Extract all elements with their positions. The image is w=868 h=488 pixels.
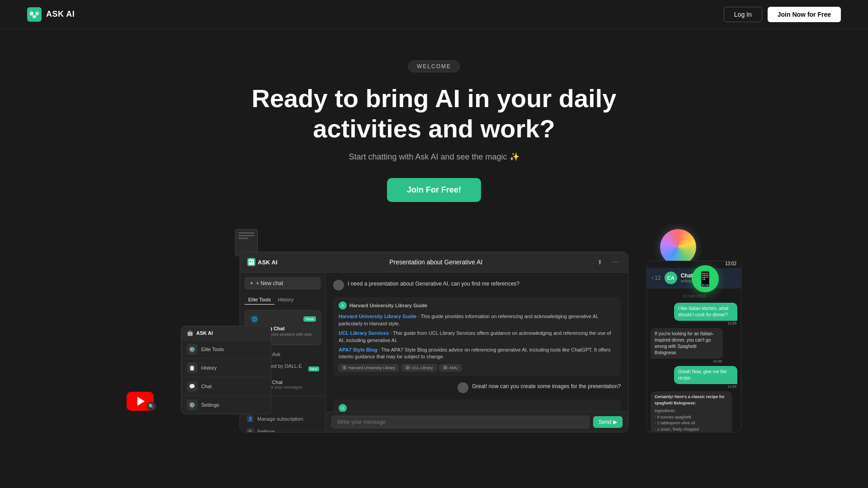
fs-item-elite[interactable]: ⚙️ Elite Tools <box>181 340 271 358</box>
wa-avatar: CA <box>665 272 677 284</box>
login-button[interactable]: Log In <box>724 7 762 22</box>
wa-ai-msg-1: If you're looking for an Italian-inspire… <box>651 328 737 363</box>
fs-item-settings[interactable]: ⚙️ Settings <box>181 395 271 414</box>
demo-area: 🔍 📱 🤖 ASK AI ⚙️ Elite Tools 📋 History 💬 <box>0 229 868 432</box>
plus-icon: + <box>250 280 253 286</box>
youtube-search-icon: 🔍 <box>147 402 156 411</box>
logo-text: ASK AI <box>46 9 75 19</box>
user-message-text-2: Great! now can you create some images fo… <box>472 382 621 390</box>
ai-label: Harvard University Library Guide <box>349 303 427 308</box>
search-result-1: Harvard University Library Guide · This … <box>339 313 615 327</box>
whatsapp-float-icon: 📱 <box>692 265 719 292</box>
ai-response-header: A Harvard University Library Guide <box>339 301 615 310</box>
ai-response-2-header: A <box>339 404 615 412</box>
doc-line-3 <box>238 238 248 239</box>
logo-icon <box>27 7 42 22</box>
fs-item-text-4: Settings <box>201 402 219 408</box>
colorful-sphere <box>660 229 696 265</box>
badge-3-text: AMU <box>449 366 458 370</box>
manage-sub-item[interactable]: 👤 Manage subscription <box>240 413 326 425</box>
settings-label: Settings <box>257 429 275 432</box>
tab-history[interactable]: History <box>274 295 297 305</box>
ai-logo-small: A <box>339 301 347 310</box>
wa-date: 15 Sep 2023 <box>651 292 737 300</box>
badge-2-text: UCL Library <box>411 366 433 370</box>
wa-bubble-4: Certainly! Here's a classic recipe for s… <box>651 391 732 432</box>
hero-subtitle: Start chatting with Ask AI and see the m… <box>349 152 519 162</box>
settings-item[interactable]: ⚙ Settings <box>240 425 326 432</box>
badge-1: 1 Harvard University Library <box>339 364 399 371</box>
chat-titlebar: ASK AI Presentation about Generative AI … <box>240 252 628 272</box>
manage-sub-icon: 👤 <box>246 415 254 422</box>
chat-titlebar-left: ASK AI <box>247 258 278 266</box>
svg-rect-2 <box>35 12 39 15</box>
search-result-2: UCL Library Services · This guide from U… <box>339 330 615 344</box>
join-now-button[interactable]: Join Now for Free <box>768 7 841 22</box>
browsing-chat-icon: 🌐 <box>250 314 259 324</box>
browsing-chat-badge: New <box>303 316 316 322</box>
fs-item-text-2: History <box>201 365 217 371</box>
fs-item-icon-2: 📋 <box>187 362 198 373</box>
join-free-button[interactable]: Join For Free! <box>387 178 481 202</box>
wa-messages: 15 Sep 2023 I like Italian kitchen, what… <box>647 288 741 432</box>
source3-name: APA7 Style Blog <box>339 347 377 352</box>
fs-item-text-1: Elite Tools <box>201 347 224 352</box>
fs-item-icon-4: ⚙️ <box>187 399 198 410</box>
user-message-1: I need a presentation about Generative A… <box>333 280 621 291</box>
fs-title: ASK AI <box>196 330 213 336</box>
wa-ts-1: 11:00 <box>674 321 737 325</box>
chat-logo: ASK AI <box>247 258 278 266</box>
new-chat-button[interactable]: + + New chat <box>245 277 321 290</box>
fs-header: 🤖 ASK AI <box>181 326 271 340</box>
wa-recipe-ingredients: Ingredients: - 8 ounces spaghetti - 1 ta… <box>655 408 728 432</box>
source1-name: Harvard University Library Guide <box>339 314 416 319</box>
settings-icon: ⚙ <box>246 428 254 432</box>
tab-elite-tools[interactable]: Elite Tools <box>245 295 274 305</box>
wa-back-icon[interactable]: ‹ 12 <box>651 275 661 281</box>
chat-input[interactable] <box>331 416 590 428</box>
main-chat-window: ASK AI Presentation about Generative AI … <box>240 252 628 432</box>
wa-bubble-1: I like Italian kitchen, what should I co… <box>674 303 737 321</box>
source3-text: · The APA7 Style Blog provides advice on… <box>339 347 610 359</box>
fs-item-chat[interactable]: 💬 Chat <box>181 377 271 395</box>
badge-3: 3 AMU <box>439 364 462 371</box>
send-arrow-icon: ▶ <box>613 419 617 425</box>
wa-time: 13:02 <box>647 261 741 266</box>
wa-user-msg-2: Great! Now, give me the recipe 11:00 <box>651 366 737 389</box>
wa-bubble-2: If you're looking for an Italian-inspire… <box>651 328 723 359</box>
user-message-2: Great! now can you create some images fo… <box>333 382 621 393</box>
fs-logo-icon: 🤖 <box>187 330 193 336</box>
new-chat-label: + New chat <box>256 280 283 286</box>
wa-bubble-3: Great! Now, give me the recipe <box>674 366 737 384</box>
logo-area: ASK AI <box>27 7 75 22</box>
fs-item-history[interactable]: 📋 History <box>181 358 271 377</box>
sidebar-tabs: Elite Tools History <box>245 295 321 305</box>
navbar-actions: Log In Join Now for Free <box>724 7 841 22</box>
welcome-badge: WELCOME <box>408 61 460 72</box>
more-icon[interactable]: ⋯ <box>610 257 621 267</box>
send-button[interactable]: Send ▶ <box>593 416 623 428</box>
user-message-text-1: I need a presentation about Generative A… <box>348 280 519 288</box>
whatsapp-icon: 📱 <box>696 270 714 287</box>
chat-title-text: Presentation about Generative AI <box>389 258 482 266</box>
svg-rect-1 <box>30 12 33 15</box>
upload-icon[interactable]: ⬆ <box>594 257 605 267</box>
wa-ai-msg-2: Certainly! Here's a classic recipe for s… <box>651 391 737 432</box>
chat-input-bar: Send ▶ <box>326 412 628 432</box>
wa-recipe-title: Certainly! Here's a classic recipe for s… <box>655 394 725 405</box>
svg-rect-5 <box>250 261 251 263</box>
search-result-3: APA7 Style Blog · The APA7 Style Blog pr… <box>339 347 615 361</box>
source2-name: UCL Library Services <box>339 330 389 336</box>
dalle-badge: New <box>308 366 319 371</box>
chat-logo-icon <box>247 258 255 266</box>
fs-item-text-3: Chat <box>201 384 212 389</box>
badge-2: 2 UCL Library <box>401 364 436 371</box>
ai-response-2: A Here's what I created: 🏛️ ⚙️ <box>333 399 621 412</box>
search-result-badges: 1 Harvard University Library 2 UCL Libra… <box>339 364 615 371</box>
floating-sidebar: 🤖 ASK AI ⚙️ Elite Tools 📋 History 💬 Chat… <box>181 326 271 414</box>
chat-messages: I need a presentation about Generative A… <box>326 272 628 412</box>
ai-response-1: A Harvard University Library Guide Harva… <box>333 297 621 375</box>
user-avatar <box>333 280 344 291</box>
chat-logo-text: ASK AI <box>258 259 278 266</box>
fs-item-icon-1: ⚙️ <box>187 344 198 355</box>
